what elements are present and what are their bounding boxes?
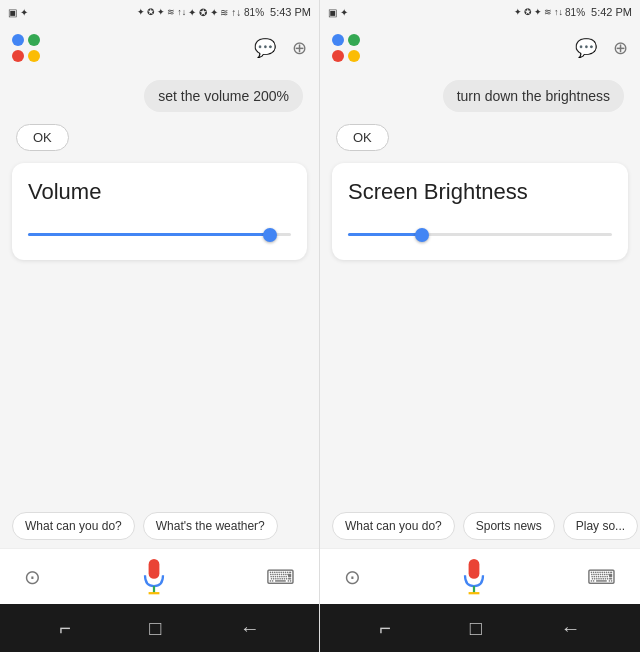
status-icon-data: ↑↓ bbox=[177, 7, 186, 17]
ok-area-1: OK bbox=[0, 120, 319, 155]
status-bar-2: ▣ ✦ ✦ ✪ ✦ ≋ ↑↓ 81% 5:42 PM bbox=[320, 0, 640, 24]
top-bar-2: 💬 ⊕ bbox=[320, 24, 640, 72]
suggestion-chip-2b[interactable]: Sports news bbox=[463, 512, 555, 540]
svg-rect-0 bbox=[148, 559, 159, 579]
ok-button-1[interactable]: OK bbox=[16, 124, 69, 151]
mic-bar-2: ⊙ ⌨ bbox=[320, 548, 640, 604]
status-icon-bt: ✦ bbox=[20, 7, 28, 18]
mic-button-1[interactable] bbox=[136, 559, 172, 595]
status-left-icons-2: ▣ ✦ bbox=[328, 7, 348, 18]
ok-button-2[interactable]: OK bbox=[336, 124, 389, 151]
status-icon-nfc: ✦ bbox=[137, 7, 145, 17]
back-icon-1[interactable]: ← bbox=[240, 617, 260, 640]
svg-rect-3 bbox=[469, 559, 480, 579]
recent-apps-icon-2[interactable]: ⌐ bbox=[379, 617, 391, 640]
status-time-1: 5:43 PM bbox=[270, 6, 311, 18]
nav-bar-1: ⌐ □ ← bbox=[0, 604, 319, 652]
home-icon-2[interactable]: □ bbox=[470, 617, 482, 640]
suggestion-chip-2c[interactable]: Play so... bbox=[563, 512, 638, 540]
dot-green-1 bbox=[28, 34, 40, 46]
dot-blue-1 bbox=[12, 34, 24, 46]
status-icon-sound-2: ✦ bbox=[534, 7, 542, 17]
chat-icon-1[interactable]: 💬 bbox=[254, 37, 276, 59]
suggestion-chip-1b[interactable]: What's the weather? bbox=[143, 512, 278, 540]
brightness-slider-container[interactable] bbox=[348, 225, 612, 244]
speech-bubble-2: turn down the brightness bbox=[443, 80, 624, 112]
ok-area-2: OK bbox=[320, 120, 640, 155]
status-battery-1: ✦ ✪ ✦ ≋ ↑↓ 81% bbox=[188, 7, 264, 18]
suggestion-chip-2a[interactable]: What can you do? bbox=[332, 512, 455, 540]
volume-slider-fill bbox=[28, 233, 270, 236]
mic-button-2[interactable] bbox=[456, 559, 492, 595]
brightness-card: Screen Brightness bbox=[332, 163, 628, 260]
brightness-slider-thumb[interactable] bbox=[415, 228, 429, 242]
dot-yellow-1 bbox=[28, 50, 40, 62]
status-icon-signal: ≋ bbox=[167, 7, 175, 17]
home-icon-1[interactable]: □ bbox=[149, 617, 161, 640]
volume-slider-container[interactable] bbox=[28, 225, 291, 244]
status-bar-1: ▣ ✦ ✦ ✪ ✦ ≋ ↑↓ ✦ ✪ ✦ ≋ ↑↓ 81% 5:43 PM bbox=[0, 0, 319, 24]
status-right-2: ✦ ✪ ✦ ≋ ↑↓ 81% 5:42 PM bbox=[514, 6, 632, 18]
suggestions-1: What can you do? What's the weather? bbox=[0, 504, 319, 548]
dot-blue-2 bbox=[332, 34, 344, 46]
back-icon-2[interactable]: ← bbox=[561, 617, 581, 640]
keyboard-icon-1[interactable]: ⌨ bbox=[266, 565, 295, 589]
status-right-1: ✦ ✪ ✦ ≋ ↑↓ ✦ ✪ ✦ ≋ ↑↓ 81% 5:43 PM bbox=[137, 6, 311, 18]
top-actions-1: 💬 ⊕ bbox=[254, 37, 307, 59]
explore-icon-1[interactable]: ⊕ bbox=[292, 37, 307, 59]
status-icon-data-2: ↑↓ bbox=[554, 7, 563, 17]
speech-bubble-1: set the volume 200% bbox=[144, 80, 303, 112]
suggestion-chip-1a[interactable]: What can you do? bbox=[12, 512, 135, 540]
status-icon-bt-2: ✦ bbox=[340, 7, 348, 18]
dot-green-2 bbox=[348, 34, 360, 46]
microphone-svg-1 bbox=[139, 559, 169, 595]
dot-red-2 bbox=[332, 50, 344, 62]
bubble-area-2: turn down the brightness bbox=[320, 72, 640, 120]
suggestions-2: What can you do? Sports news Play so... bbox=[320, 504, 640, 548]
status-icon-signal-2: ≋ bbox=[544, 7, 552, 17]
volume-card: Volume bbox=[12, 163, 307, 260]
bubble-area-1: set the volume 200% bbox=[0, 72, 319, 120]
nav-bar-2: ⌐ □ ← bbox=[320, 604, 640, 652]
explore-icon-2[interactable]: ⊕ bbox=[613, 37, 628, 59]
keyboard-icon-2[interactable]: ⌨ bbox=[587, 565, 616, 589]
bubble-text-2: turn down the brightness bbox=[457, 88, 610, 104]
status-icon-sound: ✦ bbox=[157, 7, 165, 17]
status-battery-2: 81% bbox=[565, 7, 585, 18]
panel-volume: ▣ ✦ ✦ ✪ ✦ ≋ ↑↓ ✦ ✪ ✦ ≋ ↑↓ 81% 5:43 PM 💬 … bbox=[0, 0, 320, 652]
volume-card-title: Volume bbox=[28, 179, 291, 205]
status-time-2: 5:42 PM bbox=[591, 6, 632, 18]
status-icon-nfc-2: ✦ bbox=[514, 7, 522, 17]
dot-red-1 bbox=[12, 50, 24, 62]
top-bar-1: 💬 ⊕ bbox=[0, 24, 319, 72]
camera-icon-1[interactable]: ⊙ bbox=[24, 565, 41, 589]
microphone-svg-2 bbox=[459, 559, 489, 595]
brightness-card-title: Screen Brightness bbox=[348, 179, 612, 205]
status-left-icons-1: ▣ ✦ bbox=[8, 7, 28, 18]
recent-apps-icon-1[interactable]: ⌐ bbox=[59, 617, 71, 640]
google-assistant-logo-2 bbox=[332, 34, 360, 62]
top-actions-2: 💬 ⊕ bbox=[575, 37, 628, 59]
bubble-text-1: set the volume 200% bbox=[158, 88, 289, 104]
mic-bar-1: ⊙ ⌨ bbox=[0, 548, 319, 604]
brightness-slider-track bbox=[348, 233, 612, 236]
google-assistant-logo-1 bbox=[12, 34, 40, 62]
brightness-slider-fill bbox=[348, 233, 422, 236]
dot-yellow-2 bbox=[348, 50, 360, 62]
status-icon-loc-2: ✪ bbox=[524, 7, 532, 17]
status-icon-sim-2: ▣ bbox=[328, 7, 337, 18]
volume-slider-track bbox=[28, 233, 291, 236]
camera-icon-2[interactable]: ⊙ bbox=[344, 565, 361, 589]
status-icon-loc: ✪ bbox=[147, 7, 155, 17]
chat-icon-2[interactable]: 💬 bbox=[575, 37, 597, 59]
volume-slider-thumb[interactable] bbox=[263, 228, 277, 242]
status-icon-sim: ▣ bbox=[8, 7, 17, 18]
panel-brightness: ▣ ✦ ✦ ✪ ✦ ≋ ↑↓ 81% 5:42 PM 💬 ⊕ turn down… bbox=[320, 0, 640, 652]
